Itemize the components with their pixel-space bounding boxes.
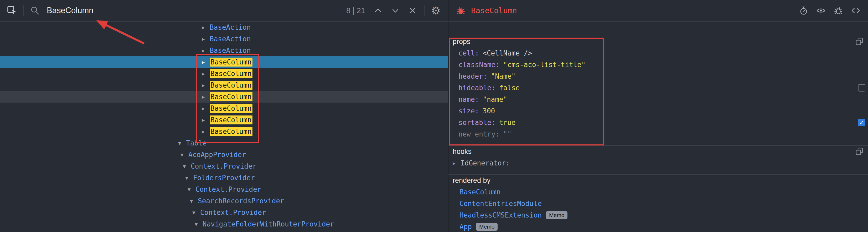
component-name: BaseAction	[210, 35, 251, 43]
tree-row-BaseColumn[interactable]: ▸BaseColumn	[0, 56, 448, 68]
chevron-down-icon[interactable]: ▾	[181, 151, 188, 158]
chevron-down-icon[interactable]: ▾	[188, 186, 195, 193]
timer-icon[interactable]	[798, 4, 810, 17]
search-result-count: 8 | 21	[346, 6, 365, 15]
tree-row-Context.Provider[interactable]: ▾Context.Provider	[0, 183, 448, 195]
prop-row-hideable: hideable:false	[448, 82, 868, 94]
prop-key: sortable	[459, 119, 491, 126]
rendered-by-item-BaseColumn[interactable]: BaseColumn	[448, 186, 868, 198]
tree-row-Context.Provider[interactable]: ▾Context.Provider	[0, 207, 448, 218]
tree-toolbar: 8 | 21 ⚙	[0, 0, 448, 22]
tree-row-BaseAction[interactable]: ▸BaseAction	[0, 45, 448, 56]
chevron-right-icon[interactable]: ▸	[202, 24, 210, 31]
prop-checkbox-hideable[interactable]	[858, 84, 865, 91]
rendered-by-name[interactable]: HeadlessCMSExtension	[460, 211, 542, 219]
hooks-section-header: hooks	[448, 146, 868, 157]
bug-icon[interactable]	[832, 4, 844, 17]
chevron-right-icon[interactable]: ▸	[453, 160, 461, 167]
rendered-by-name[interactable]: BaseColumn	[460, 188, 501, 196]
prop-colon: :	[475, 107, 479, 115]
components-tree-panel: 8 | 21 ⚙ ▸BaseAction▸B	[0, 0, 448, 232]
chevron-down-icon[interactable]: ▾	[185, 174, 193, 181]
prop-value[interactable]: true	[499, 119, 516, 126]
tree-row-BaseColumn[interactable]: ▸BaseColumn	[0, 68, 448, 80]
tree-row-BaseAction[interactable]: ▸BaseAction	[0, 22, 448, 33]
prop-key: name	[459, 95, 475, 104]
eye-icon[interactable]	[815, 4, 827, 17]
prop-key: className	[459, 61, 495, 69]
chevron-right-icon[interactable]: ▸	[202, 93, 210, 100]
chevron-right-icon[interactable]: ▸	[202, 82, 210, 89]
component-name: Table	[186, 139, 207, 147]
chevron-right-icon[interactable]: ▸	[202, 70, 210, 77]
component-name: BaseColumn	[210, 127, 252, 136]
tree-row-NavigateFolderWithRouterProvider[interactable]: ▾NavigateFolderWithRouterProvider	[0, 218, 448, 230]
tree-row-BaseColumn[interactable]: ▸BaseColumn	[0, 80, 448, 91]
prop-row-name: name:"name"	[448, 94, 868, 105]
chevron-right-icon[interactable]: ▸	[202, 47, 210, 54]
tree-row-SearchRecordsProvider[interactable]: ▾SearchRecordsProvider	[0, 195, 448, 207]
prop-row-sortable: sortable:true	[448, 117, 868, 128]
prop-key: hideable	[459, 84, 491, 92]
hook-row[interactable]: ▸IdGenerator:	[448, 157, 868, 169]
prop-value[interactable]: "Name"	[491, 72, 516, 80]
props-section-label: props	[453, 38, 470, 46]
rendered-by-item-HeadlessCMSExtension[interactable]: HeadlessCMSExtensionMemo	[448, 209, 868, 221]
search-input[interactable]	[46, 5, 341, 16]
prop-value[interactable]: "cms-aco-list-title"	[503, 61, 586, 69]
rendered-by-name[interactable]: ContentEntriesModule	[460, 200, 542, 207]
chevron-right-icon[interactable]: ▸	[202, 59, 210, 65]
chevron-down-icon[interactable]: ▾	[183, 163, 191, 170]
clear-search-icon[interactable]	[407, 4, 419, 17]
chevron-right-icon[interactable]: ▸	[202, 128, 210, 135]
prev-match-icon[interactable]	[372, 4, 384, 17]
chevron-right-icon[interactable]: ▸	[202, 117, 210, 123]
chevron-right-icon[interactable]: ▸	[202, 105, 210, 112]
tree-row-AcoAppProvider[interactable]: ▾AcoAppProvider	[0, 149, 448, 161]
tree-row-BaseColumn[interactable]: ▸BaseColumn	[0, 103, 448, 114]
tree-row-BaseColumn[interactable]: ▸BaseColumn	[0, 91, 448, 103]
prop-row-new-entry: new entry:""	[448, 128, 868, 140]
react-devtools-window: 8 | 21 ⚙ ▸BaseAction▸B	[0, 0, 868, 232]
chevron-down-icon[interactable]: ▾	[192, 209, 200, 216]
tree-row-BaseColumn[interactable]: ▸BaseColumn	[0, 114, 448, 126]
toolbar-separator	[424, 5, 425, 16]
rendered-by-item-ContentEntriesModule[interactable]: ContentEntriesModule	[448, 198, 868, 209]
tree-row-FoldersProvider[interactable]: ▾FoldersProvider	[0, 172, 448, 183]
tree-row-NavigateFolderProvider[interactable]: ▾NavigateFolderProvider	[0, 230, 448, 232]
rendered-by-item-App[interactable]: AppMemo	[448, 221, 868, 232]
prop-row-header: header:"Name"	[448, 70, 868, 82]
component-tree[interactable]: ▸BaseAction▸BaseAction▸BaseAction▸BaseCo…	[0, 22, 448, 232]
prop-value: <CellName />	[483, 49, 532, 57]
chevron-down-icon[interactable]: ▾	[178, 140, 186, 146]
inspected-element-panel: BaseColumn	[448, 0, 868, 232]
tree-row-BaseColumn[interactable]: ▸BaseColumn	[0, 126, 448, 137]
prop-value[interactable]: false	[499, 84, 520, 92]
prop-value[interactable]: 300	[483, 107, 495, 115]
prop-colon: :	[491, 119, 495, 126]
code-brackets-icon[interactable]	[849, 4, 862, 17]
chevron-down-icon[interactable]: ▾	[195, 221, 203, 228]
rendered-by-name[interactable]: App	[460, 223, 472, 231]
copy-props-icon[interactable]	[855, 37, 864, 47]
component-name: BaseAction	[210, 47, 251, 54]
tree-row-Table[interactable]: ▾Table	[0, 137, 448, 149]
tree-row-BaseAction[interactable]: ▸BaseAction	[0, 33, 448, 45]
next-match-icon[interactable]	[389, 4, 401, 17]
prop-colon: :	[495, 130, 500, 138]
component-name: Context.Provider	[200, 209, 266, 216]
settings-gear-icon[interactable]: ⚙	[430, 4, 442, 17]
prop-colon: :	[475, 95, 479, 104]
rendered-by-section-label: rendered by	[453, 176, 491, 185]
prop-value[interactable]: "name"	[483, 95, 507, 104]
tree-row-Context.Provider[interactable]: ▾Context.Provider	[0, 161, 448, 172]
inspect-element-icon[interactable]	[6, 4, 18, 17]
copy-hooks-icon[interactable]	[855, 147, 864, 157]
component-name: SearchRecordsProvider	[198, 197, 284, 205]
chevron-right-icon[interactable]: ▸	[202, 35, 210, 42]
search-icon	[29, 4, 41, 17]
prop-checkbox-sortable[interactable]	[858, 119, 865, 126]
prop-value[interactable]: ""	[503, 130, 512, 138]
chevron-down-icon[interactable]: ▾	[190, 198, 198, 204]
rendered-by-section-header: rendered by	[448, 175, 868, 186]
